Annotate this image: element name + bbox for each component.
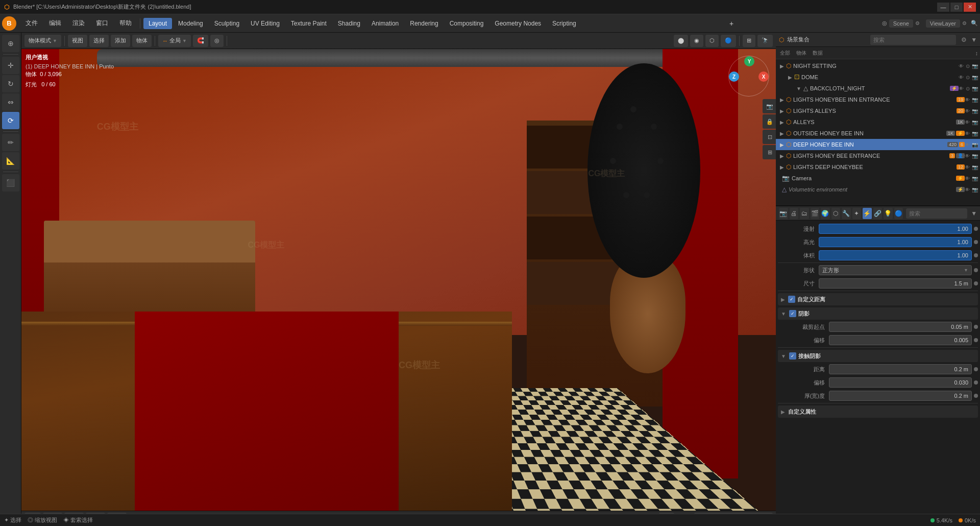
add-menu[interactable]: 添加: [111, 35, 130, 47]
filter-data[interactable]: 数据: [811, 50, 825, 57]
tool-add-cube[interactable]: ⬛: [2, 174, 19, 192]
tab-shading[interactable]: Shading: [333, 18, 365, 29]
filter-object[interactable]: 物体: [794, 50, 808, 57]
oc-render-ldhb[interactable]: 📷: [972, 164, 978, 170]
outliner-settings-icon[interactable]: ▼: [971, 36, 977, 43]
prop-icon-render[interactable]: 📷: [779, 208, 788, 219]
ortho-btn[interactable]: ⊞: [763, 145, 776, 159]
outliner-item-lights-alleys[interactable]: ▶ ⬡ LIGHTS ALLEYS 20 👁 📷: [776, 105, 980, 116]
tab-layout[interactable]: Layout: [143, 18, 172, 29]
perspective-btn[interactable]: ⊡: [763, 130, 776, 144]
outliner-item-lights-hbi[interactable]: ▶ ⬡ LIGHTS HONEYBEE INN ENTRANCE 19 👁 📷: [776, 94, 980, 105]
tab-scripting[interactable]: Scripting: [547, 18, 581, 29]
clip-start-field[interactable]: 0.05 m: [829, 322, 972, 332]
clip-start-dot[interactable]: [974, 325, 978, 329]
prop-icon-view[interactable]: 🗂: [800, 208, 809, 219]
thickness-dot[interactable]: [974, 394, 978, 398]
tab-texture-paint[interactable]: Texture Paint: [286, 18, 332, 29]
outliner-item-volumetric[interactable]: △ Volumetric environment ⚡ 👁 📷: [776, 184, 980, 195]
oc-hide-bc[interactable]: ⊙: [966, 86, 970, 91]
snap-toggle[interactable]: 🧲: [193, 35, 208, 47]
specular-field[interactable]: 1.00: [819, 237, 972, 247]
outliner-item-deep-hbi[interactable]: ▶ ⬡ DEEP HONEY BEE INN 420 6 👁 📷: [776, 139, 980, 150]
mode-select[interactable]: 物体模式 ▼: [24, 35, 61, 47]
view-menu[interactable]: 视图: [68, 35, 87, 47]
oc-eye-bc[interactable]: 👁: [959, 86, 964, 91]
oc-render-dhbi[interactable]: 📷: [972, 142, 978, 148]
viewport-shading-wire[interactable]: ⬡: [705, 35, 719, 47]
oc-eye-la[interactable]: 👁: [965, 108, 970, 114]
outliner-item-night-setting[interactable]: ▶ ⬡ NIGHT SETTING 👁 ⊙ 📷: [776, 60, 980, 71]
outliner-item-lights-dhb[interactable]: ▶ ⬡ LIGHTS DEEP HONEYBEE 12 👁 📷: [776, 161, 980, 173]
offset2-dot[interactable]: [974, 380, 978, 385]
shadow-check[interactable]: ✓: [789, 310, 796, 317]
close-button[interactable]: ✕: [964, 3, 976, 12]
outliner-item-lights-hbe[interactable]: ▶ ⬡ LIGHTS HONEY BEE ENTRANCE 3 👤 👁 📷: [776, 150, 980, 161]
prop-icon-constraint[interactable]: 🔗: [873, 208, 883, 219]
offset-dot[interactable]: [974, 338, 978, 342]
viewport-shading-solid[interactable]: ◉: [690, 35, 703, 47]
tab-animation[interactable]: Animation: [366, 18, 404, 29]
tool-transform[interactable]: ⟳: [2, 112, 19, 129]
distance-dot[interactable]: [974, 367, 978, 371]
menu-edit[interactable]: 编辑: [44, 17, 66, 30]
oc-eye[interactable]: 👁: [959, 63, 964, 69]
offset-field[interactable]: 0.005: [829, 335, 972, 345]
outliner-item-backcloth[interactable]: ▼ △ BACKCLOTH_NIGHT ⚡ 👁 ⊙ 📷: [792, 83, 980, 94]
oc-render-vol[interactable]: 📷: [972, 187, 978, 193]
viewport-shading-rendered[interactable]: ⬤: [674, 35, 688, 47]
tab-rendering[interactable]: Rendering: [405, 18, 443, 29]
oc-eye-lhi[interactable]: 👁: [965, 97, 970, 103]
oc-render[interactable]: 📷: [972, 63, 978, 69]
minimize-button[interactable]: —: [937, 3, 949, 12]
select-menu[interactable]: 选择: [89, 35, 109, 47]
gizmo-z-axis[interactable]: Z: [729, 71, 739, 82]
prop-icon-particles[interactable]: ✦: [852, 208, 862, 219]
viewport[interactable]: CG模型主 CG模型主 CG模型主 CG模型主 用户透视 (1) DEEP HO…: [21, 49, 776, 526]
gizmo-x-axis[interactable]: X: [758, 71, 769, 82]
oc-render-out[interactable]: 📷: [972, 131, 978, 136]
outliner-item-outside[interactable]: ▶ ⬡ OUTSIDE HONEY BEE INN 1K ⚡ 👁 📷: [776, 128, 980, 139]
outliner-content[interactable]: ▶ ⬡ NIGHT SETTING 👁 ⊙ 📷 ▶ ⚀ DOME: [776, 59, 980, 205]
custom-props-section[interactable]: ▶ 自定义属性: [778, 405, 978, 418]
shape-dot[interactable]: [974, 268, 978, 272]
tab-sculpting[interactable]: Sculpting: [209, 18, 244, 29]
shape-select[interactable]: 正方形 ▼: [819, 265, 972, 275]
viewport-gizmos[interactable]: 🔭: [757, 35, 773, 47]
menu-window[interactable]: 窗口: [91, 17, 113, 30]
size-dot[interactable]: [974, 281, 978, 285]
contact-shadow-section[interactable]: ▼ ✓ 接触阴影: [778, 350, 978, 362]
filter-icon[interactable]: ⚙: [961, 36, 967, 43]
oc-eye-dhbi[interactable]: 👁: [965, 142, 970, 148]
filter-sort-icon[interactable]: ↕: [975, 50, 978, 56]
menu-file[interactable]: 文件: [20, 17, 43, 30]
oc-eye-ldhb[interactable]: 👁: [965, 164, 970, 170]
tab-modeling[interactable]: Modeling: [173, 18, 208, 29]
custom-dist-check[interactable]: ✓: [788, 296, 795, 303]
distance-field[interactable]: 0.2 m: [829, 364, 972, 374]
menu-render[interactable]: 渲染: [67, 17, 90, 30]
viewport-overlays[interactable]: ⊞: [743, 35, 755, 47]
oc-render-dome[interactable]: 📷: [972, 75, 978, 80]
outliner-item-dome[interactable]: ▶ ⚀ DOME 👁 ⊙ 📷: [784, 71, 980, 83]
menu-help[interactable]: 帮助: [114, 17, 137, 30]
tab-geometry-nodes[interactable]: Geometry Nodes: [489, 18, 546, 29]
camera-view-btn[interactable]: 📷: [763, 99, 776, 113]
tab-uv-editing[interactable]: UV Editing: [246, 18, 285, 29]
outliner-search-input[interactable]: [870, 35, 957, 45]
prop-icon-object[interactable]: ⬡: [831, 208, 841, 219]
proportional-edit[interactable]: ◎: [210, 35, 224, 47]
gizmo-y-axis[interactable]: Y: [744, 56, 754, 66]
prop-icon-output[interactable]: 🖨: [790, 208, 799, 219]
properties-search-input[interactable]: [906, 208, 967, 219]
oc-eye-cam[interactable]: 👁: [965, 176, 970, 181]
shadow-section[interactable]: ▼ ✓ 阴影: [778, 307, 978, 320]
prop-icon-material[interactable]: 🔵: [894, 208, 903, 219]
prop-icon-world[interactable]: 🌍: [821, 208, 830, 219]
oc-render-cam[interactable]: 📷: [972, 176, 978, 181]
tab-compositing[interactable]: Compositing: [445, 18, 489, 29]
outliner-item-camera[interactable]: 📷 Camera ⚡ 👁 📷: [776, 173, 980, 184]
titlebar-controls[interactable]: — □ ✕: [937, 3, 976, 12]
oc-eye-vol[interactable]: 👁: [965, 187, 970, 193]
custom-dist-section[interactable]: ▶ ✓ 自定义距离: [778, 293, 978, 305]
